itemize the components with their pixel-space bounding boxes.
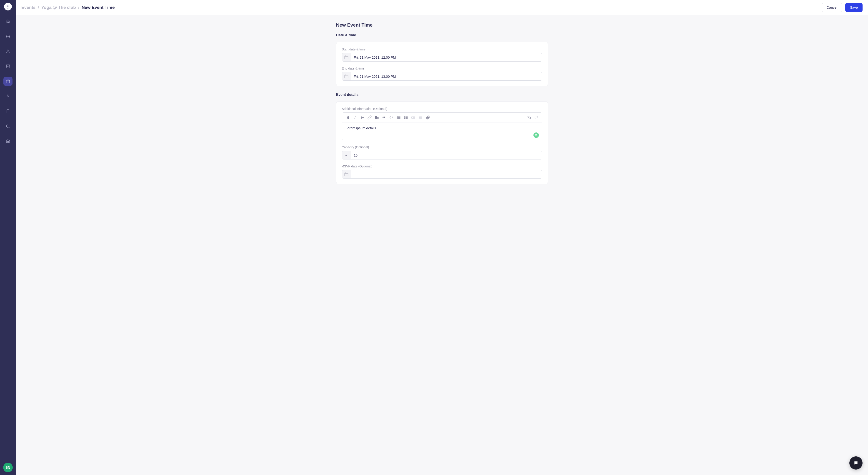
avatar-initials: SN xyxy=(6,466,10,469)
calendar-prefix-icon[interactable] xyxy=(342,53,351,61)
calendar-prefix-icon[interactable] xyxy=(342,72,351,81)
start-date-field: Start date & time xyxy=(342,48,542,62)
additional-info-field: Additional information (Optional) xyxy=(342,107,542,140)
crumb-events[interactable]: Events xyxy=(21,5,35,10)
tool-bold[interactable] xyxy=(344,114,351,121)
outdent-icon xyxy=(411,115,415,120)
nav-clipboard[interactable] xyxy=(3,107,12,116)
nav-events[interactable] xyxy=(3,77,12,86)
indent-icon xyxy=(418,115,423,120)
rich-text-editor: Lorem ipsum details G xyxy=(342,113,542,140)
nav-people[interactable] xyxy=(3,47,12,56)
svg-rect-6 xyxy=(345,75,348,78)
editor-body[interactable]: Lorem ipsum details G xyxy=(342,122,542,140)
nav-home[interactable] xyxy=(3,17,12,26)
clipboard-icon xyxy=(6,109,10,114)
crumb-parent[interactable]: Yoga @ The club xyxy=(41,5,76,10)
rsvp-input-group xyxy=(342,170,542,179)
nav-settings[interactable] xyxy=(3,137,12,146)
user-avatar[interactable]: SN xyxy=(3,463,13,472)
code-icon xyxy=(389,115,394,120)
nav-store[interactable] xyxy=(3,62,12,71)
editor-toolbar xyxy=(342,113,542,122)
tool-italic[interactable] xyxy=(351,114,359,121)
crumb-current: New Event Time xyxy=(82,5,115,10)
nav-billing[interactable] xyxy=(3,92,12,101)
tool-redo xyxy=(533,114,540,121)
svg-rect-2 xyxy=(7,110,9,113)
crumb-separator: / xyxy=(38,5,39,10)
save-button[interactable]: Save xyxy=(845,3,863,12)
italic-icon xyxy=(353,115,357,120)
home-icon xyxy=(6,19,10,24)
grammarly-icon[interactable]: G xyxy=(533,132,539,138)
page-scroll[interactable]: New Event Time Date & time Start date & … xyxy=(16,15,868,475)
tool-indent-increase xyxy=(417,114,424,121)
end-date-label: End date & time xyxy=(342,67,542,70)
capacity-label: Capacity (Optional) xyxy=(342,146,542,149)
tool-quote[interactable] xyxy=(381,114,388,121)
nav-search[interactable] xyxy=(3,122,12,131)
tool-ordered-list[interactable] xyxy=(403,114,409,121)
capacity-field: Capacity (Optional) # xyxy=(342,146,542,159)
undo-icon xyxy=(527,115,531,120)
capacity-input[interactable] xyxy=(351,151,542,159)
date-time-card: Start date & time End date & time xyxy=(336,42,548,86)
app-logo[interactable] xyxy=(4,3,12,10)
store-icon xyxy=(6,64,10,69)
topbar-actions: Cancel Save xyxy=(822,3,863,12)
start-date-input-group xyxy=(342,53,542,62)
capacity-input-group: # xyxy=(342,151,542,159)
redo-icon xyxy=(534,115,539,120)
calendar-icon xyxy=(344,55,349,60)
rsvp-label: RSVP date (Optional) xyxy=(342,164,542,168)
bullet-list-icon xyxy=(396,115,401,120)
hash-prefix: # xyxy=(342,151,351,159)
chat-icon xyxy=(854,461,858,465)
svg-rect-10 xyxy=(345,173,348,176)
end-date-field: End date & time xyxy=(342,67,542,81)
start-date-input[interactable] xyxy=(351,53,542,61)
chat-launcher[interactable] xyxy=(849,456,863,470)
tool-heading[interactable] xyxy=(373,114,380,121)
bold-icon xyxy=(345,115,350,120)
end-date-input[interactable] xyxy=(351,72,542,81)
editor-content[interactable]: Lorem ipsum details xyxy=(346,126,538,130)
tool-strikethrough[interactable] xyxy=(359,114,366,121)
tool-code[interactable] xyxy=(388,114,395,121)
settings-icon xyxy=(6,139,10,144)
breadcrumb: Events / Yoga @ The club / New Event Tim… xyxy=(21,5,115,10)
crumb-separator: / xyxy=(78,5,79,10)
nav-inbox[interactable] xyxy=(3,32,12,41)
tool-bullet-list[interactable] xyxy=(395,114,402,121)
sidebar: SN xyxy=(0,0,16,475)
page-title: New Event Time xyxy=(336,22,548,28)
rsvp-input[interactable] xyxy=(351,170,542,178)
svg-point-8 xyxy=(397,117,398,118)
heading-icon xyxy=(375,115,379,120)
tool-attachment[interactable] xyxy=(424,114,431,121)
search-icon xyxy=(6,124,10,129)
logo-dots-icon xyxy=(7,5,8,9)
attachment-icon xyxy=(426,115,430,120)
tool-indent-decrease xyxy=(410,114,416,121)
calendar-prefix-icon[interactable] xyxy=(342,170,351,178)
dollar-icon xyxy=(6,94,10,99)
section-date-heading: Date & time xyxy=(336,33,548,37)
main-panel: Events / Yoga @ The club / New Event Tim… xyxy=(16,0,868,475)
svg-point-0 xyxy=(7,50,9,51)
end-date-input-group xyxy=(342,72,542,81)
section-details-heading: Event details xyxy=(336,93,548,97)
inbox-icon xyxy=(6,34,10,39)
calendar-icon xyxy=(344,74,349,78)
svg-rect-5 xyxy=(345,56,348,59)
cancel-button[interactable]: Cancel xyxy=(822,3,842,12)
topbar: Events / Yoga @ The club / New Event Tim… xyxy=(16,0,868,15)
svg-point-7 xyxy=(397,116,398,117)
event-details-card: Additional information (Optional) xyxy=(336,101,548,184)
calendar-icon xyxy=(6,79,10,84)
tool-undo[interactable] xyxy=(526,114,532,121)
svg-point-4 xyxy=(7,141,9,142)
quote-icon xyxy=(382,115,386,120)
tool-link[interactable] xyxy=(366,114,373,121)
